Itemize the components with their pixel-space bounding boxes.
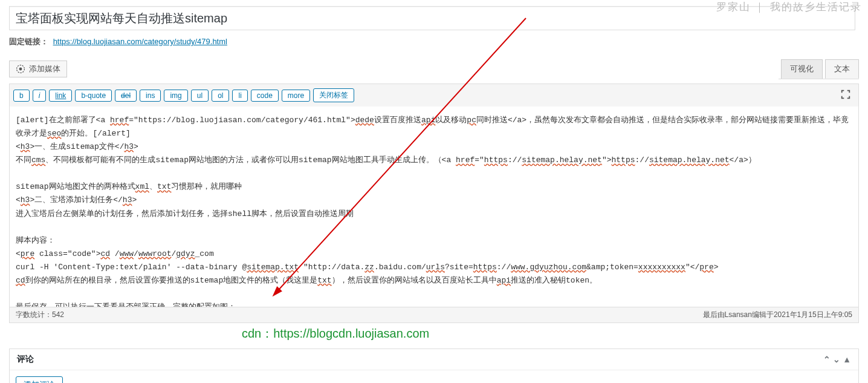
editor-textarea[interactable]: [alert]在之前部署了<a href="https://blog.luoji… <box>9 106 859 307</box>
permalink-label: 固定链接： <box>9 37 48 46</box>
add-media-label: 添加媒体 <box>29 64 60 74</box>
editor-tabs: 可视化 文本 <box>779 59 859 79</box>
last-edit-text: 最后由Lsansan编辑于2021年1月15日上午9:05 <box>703 310 852 320</box>
fullscreen-icon <box>840 89 851 100</box>
quicktags-toolbar: b i link b-quote del ins img ul ol li co… <box>9 83 859 106</box>
qt-link[interactable]: link <box>49 90 72 102</box>
qt-bquote[interactable]: b-quote <box>75 90 112 102</box>
page-watermark: 罗家山 ｜ 我的故乡生活记录 <box>716 0 862 14</box>
panel-collapse-icon[interactable]: ▲ <box>843 355 851 364</box>
panel-toggle-up-icon[interactable]: ⌃ <box>823 355 831 364</box>
word-count-value: 542 <box>52 310 64 319</box>
comments-metabox: 评论 ⌃ ⌄ ▲ 添加评论 <box>9 349 859 383</box>
panel-toggle-down-icon[interactable]: ⌄ <box>833 355 840 364</box>
qt-bold[interactable]: b <box>13 90 30 102</box>
qt-ins[interactable]: ins <box>140 90 161 102</box>
qt-ul[interactable]: ul <box>191 90 209 102</box>
word-count-label: 字数统计： <box>16 310 52 319</box>
qt-code[interactable]: code <box>251 90 279 102</box>
qt-more[interactable]: more <box>282 90 310 102</box>
qt-li[interactable]: li <box>232 90 247 102</box>
qt-img[interactable]: img <box>164 90 187 102</box>
comments-heading: 评论 <box>17 354 34 365</box>
permalink-link[interactable]: https://blog.luojiasan.com/category/stud… <box>53 37 227 46</box>
tab-text[interactable]: 文本 <box>825 59 859 79</box>
fullscreen-toggle[interactable] <box>837 88 855 103</box>
camera-icon <box>16 64 25 74</box>
add-media-button[interactable]: 添加媒体 <box>9 61 67 77</box>
qt-italic[interactable]: i <box>33 90 47 102</box>
qt-close-tags[interactable]: 关闭标签 <box>313 88 354 102</box>
status-bar: 字数统计：542 最后由Lsansan编辑于2021年1月15日上午9:05 <box>9 307 859 323</box>
qt-ol[interactable]: ol <box>212 90 229 102</box>
add-comment-button[interactable]: 添加评论 <box>16 376 63 383</box>
svg-point-1 <box>19 68 22 71</box>
tab-visual[interactable]: 可视化 <box>781 59 823 79</box>
qt-del[interactable]: del <box>115 90 137 102</box>
cdn-annotation: cdn：https://blogcdn.luojiasan.com <box>242 326 429 342</box>
permalink-row: 固定链接： https://blog.luojiasan.com/categor… <box>9 36 859 47</box>
